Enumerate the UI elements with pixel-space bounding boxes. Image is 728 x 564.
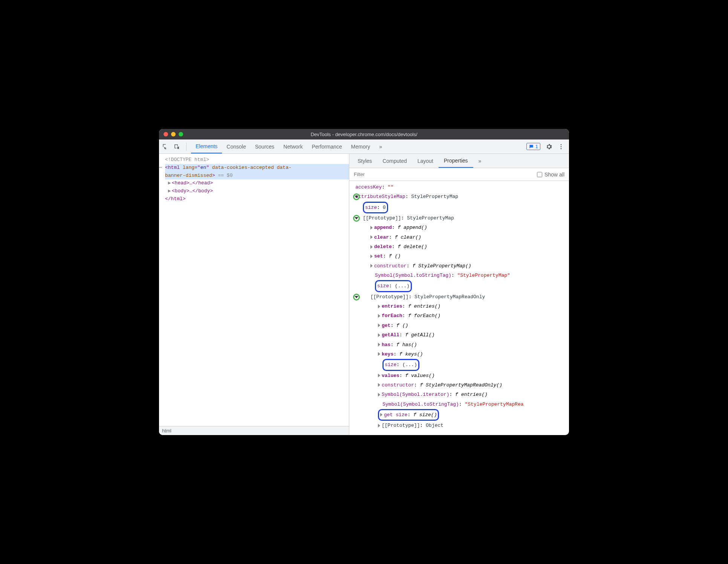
subtab-computed[interactable]: Computed: [377, 154, 412, 168]
show-all-label: Show all: [544, 172, 564, 178]
window-title: DevTools - developer.chrome.com/docs/dev…: [159, 132, 569, 137]
prop-symbol-tostringtag-1[interactable]: Symbol(Symbol.toStringTag): "StyleProper…: [355, 271, 569, 280]
sidebar-tabs: Styles Computed Layout Properties »: [349, 154, 569, 168]
show-all-toggle[interactable]: Show all: [537, 172, 564, 178]
tab-network[interactable]: Network: [279, 139, 307, 153]
prop-set[interactable]: set: f (): [355, 251, 569, 261]
html-open-line2-attr: banner-dismissed: [165, 173, 212, 178]
prop-constructor-2[interactable]: constructor: f StylePropertyMapReadOnly(…: [355, 380, 569, 390]
settings-icon[interactable]: [546, 143, 552, 150]
more-tabs-icon[interactable]: »: [375, 139, 387, 153]
svg-point-2: [561, 148, 562, 149]
tab-performance[interactable]: Performance: [307, 139, 346, 153]
prop-constructor-1[interactable]: constructor: f StylePropertyMap(): [355, 261, 569, 271]
filter-input[interactable]: [354, 172, 537, 177]
prop-prototype-2[interactable]: [[Prototype]]: StylePropertyMapReadOnly: [355, 292, 569, 302]
tab-memory[interactable]: Memory: [347, 139, 375, 153]
properties-tree[interactable]: accessKey: "" attributeStyleMap: StylePr…: [349, 181, 569, 435]
prop-prototype-3[interactable]: [[Prototype]]: Object: [355, 421, 569, 430]
prop-values[interactable]: values: f values(): [355, 371, 569, 380]
toolbar-separator: [186, 143, 187, 151]
issues-button[interactable]: 1: [526, 143, 540, 150]
toolbar-left-controls: [159, 143, 191, 151]
properties-filter-row: Show all: [349, 168, 569, 181]
prop-forEach[interactable]: forEach: f forEach(): [355, 311, 569, 320]
html-element-selected[interactable]: <html lang="en" data-cookies-accepted da…: [165, 164, 349, 180]
comment-icon: [529, 144, 534, 149]
prop-size-dots-2[interactable]: size: (...): [355, 359, 569, 371]
dom-tree[interactable]: <!DOCTYPE html> <html lang="en" data-coo…: [159, 154, 349, 426]
main-content: <!DOCTYPE html> <html lang="en" data-coo…: [159, 154, 569, 435]
prop-get[interactable]: get: f (): [355, 321, 569, 330]
svg-point-1: [561, 146, 562, 147]
selection-marker: == $0: [218, 173, 232, 178]
more-menu-icon[interactable]: [558, 143, 564, 150]
subtab-more-icon[interactable]: »: [473, 154, 487, 168]
prop-has[interactable]: has: f has(): [355, 340, 569, 349]
window-titlebar[interactable]: DevTools - developer.chrome.com/docs/dev…: [159, 129, 569, 139]
svg-point-0: [561, 144, 562, 145]
expand-marker-icon: [353, 294, 360, 300]
sidebar-panel: Styles Computed Layout Properties » Show…: [349, 154, 569, 435]
prop-entries[interactable]: entries: f entries(): [355, 302, 569, 311]
body-element[interactable]: ▶<body>…</body>: [165, 187, 349, 195]
prop-prototype-1[interactable]: [[Prototype]]: StylePropertyMap: [355, 213, 569, 223]
expand-marker-icon: [353, 215, 360, 222]
prop-accessKey[interactable]: accessKey: "": [355, 182, 569, 192]
prop-size-0[interactable]: size: 0: [355, 202, 569, 213]
tab-sources[interactable]: Sources: [251, 139, 279, 153]
dom-breadcrumb[interactable]: html: [159, 426, 349, 435]
html-open-line1: <html lang="en" data-cookies-accepted da…: [165, 165, 292, 170]
prop-attributeStyleMap[interactable]: attributeStyleMap: StylePropertyMap: [355, 192, 569, 201]
prop-symbol-tostringtag-2[interactable]: Symbol(Symbol.toStringTag): "StyleProper…: [355, 400, 569, 409]
elements-panel: <!DOCTYPE html> <html lang="en" data-coo…: [159, 154, 349, 435]
tab-console[interactable]: Console: [222, 139, 250, 153]
show-all-checkbox[interactable]: [537, 172, 542, 177]
tab-elements[interactable]: Elements: [191, 139, 222, 153]
toolbar-right-controls: 1: [522, 143, 569, 150]
prop-size-dots-1[interactable]: size: (...): [355, 280, 569, 292]
head-element[interactable]: ▶<head>…</head>: [165, 179, 349, 187]
inspect-element-icon[interactable]: [162, 143, 169, 150]
main-tabs: Elements Console Sources Network Perform…: [191, 139, 387, 153]
issues-count: 1: [535, 144, 538, 149]
main-toolbar: Elements Console Sources Network Perform…: [159, 139, 569, 154]
subtab-properties[interactable]: Properties: [439, 154, 473, 168]
subtab-layout[interactable]: Layout: [412, 154, 439, 168]
prop-symbol-iterator[interactable]: Symbol(Symbol.iterator): f entries(): [355, 390, 569, 399]
subtab-styles[interactable]: Styles: [352, 154, 377, 168]
prop-getAll[interactable]: getAll: f getAll(): [355, 330, 569, 340]
prop-delete[interactable]: delete: f delete(): [355, 242, 569, 251]
prop-get-size[interactable]: get size: f size(): [355, 409, 569, 421]
prop-append[interactable]: append: f append(): [355, 223, 569, 232]
prop-clear[interactable]: clear: f clear(): [355, 233, 569, 242]
html-close[interactable]: </html>: [165, 195, 349, 203]
devtools-window: DevTools - developer.chrome.com/docs/dev…: [159, 129, 569, 435]
prop-keys[interactable]: keys: f keys(): [355, 349, 569, 359]
device-toggle-icon[interactable]: [173, 143, 180, 150]
doctype[interactable]: <!DOCTYPE html>: [165, 156, 349, 164]
